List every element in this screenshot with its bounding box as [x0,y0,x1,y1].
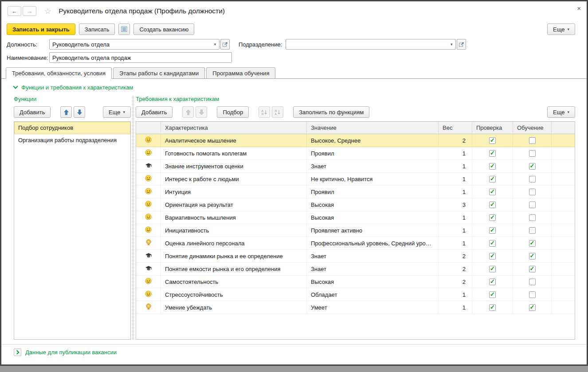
value-cell[interactable]: Высокая [307,198,439,211]
table-row[interactable]: Готовность помогать коллегам Проявил 1 [136,147,575,160]
tab-1[interactable]: Этапы работы с кандидатами [113,67,205,79]
weight-cell[interactable]: 1 [439,173,472,186]
check-checkbox[interactable] [489,240,496,247]
panel-splitter[interactable] [131,96,136,340]
value-cell[interactable]: Знает [307,263,439,275]
training-checkbox[interactable] [529,304,536,311]
column-header-weight[interactable]: Вес [439,122,472,134]
training-checkbox[interactable] [529,202,536,208]
column-header-characteristic[interactable]: Характеристика [161,122,307,134]
functions-move-down-button[interactable] [74,106,85,118]
characteristic-cell[interactable]: Знание инструментов оценки [161,160,307,173]
characteristic-cell[interactable]: Интуиция [161,186,307,198]
expand-chevron-box[interactable] [14,349,21,356]
more-button[interactable]: Еще▾ [547,23,575,35]
training-checkbox[interactable] [529,253,536,260]
weight-cell[interactable]: 1 [439,147,472,160]
check-checkbox[interactable] [489,279,496,285]
characteristic-cell[interactable]: Вариативность мышления [161,211,307,224]
back-button[interactable]: ← [8,6,21,16]
column-header-value[interactable]: Значение [307,122,439,134]
characteristic-cell[interactable]: Оценка линейного персонала [161,237,307,250]
training-checkbox[interactable] [529,227,536,234]
forward-button[interactable]: → [23,6,36,16]
weight-cell[interactable]: 2 [439,263,472,275]
training-checkbox[interactable] [529,150,536,157]
table-row[interactable]: Интерес к работе с людьми Не критично, Н… [136,173,575,186]
characteristic-cell[interactable]: Интерес к работе с людьми [161,173,307,186]
weight-cell[interactable]: 1 [439,237,472,250]
functions-add-button[interactable]: Добавить [14,106,51,118]
close-icon[interactable]: × [577,5,581,12]
training-checkbox[interactable] [529,137,536,144]
weight-cell[interactable]: 2 [439,250,472,263]
value-cell[interactable]: Знает [307,160,439,173]
value-cell[interactable]: Проявил [307,147,439,160]
group-vacancy-data[interactable]: Данные для публикации вакансии [14,349,575,356]
training-checkbox[interactable] [529,240,536,247]
table-row[interactable]: Умение убеждать Умеет 1 [136,301,575,314]
characteristic-cell[interactable]: Аналитическое мышление [161,134,307,147]
table-row[interactable]: Понятие емкости рынка и его определения … [136,263,575,275]
check-checkbox[interactable] [489,304,496,311]
characteristic-cell[interactable]: Самостоятельность [161,275,307,288]
favorite-star-icon[interactable]: ☆ [44,7,51,16]
requirements-add-button[interactable]: Добавить [136,106,172,118]
check-checkbox[interactable] [489,189,496,195]
table-row[interactable]: Стрессоустойчивость Обладает 1 [136,288,575,301]
check-checkbox[interactable] [489,137,496,144]
department-dropdown-icon[interactable]: ▾ [447,39,455,49]
value-cell[interactable]: Знает [307,250,439,263]
tab-2[interactable]: Программа обучения [206,67,275,79]
weight-cell[interactable]: 1 [439,224,472,237]
position-open-button[interactable] [220,39,230,50]
weight-cell[interactable]: 1 [439,211,472,224]
characteristic-cell[interactable]: Стрессоустойчивость [161,288,307,301]
create-vacancy-button[interactable]: Создать вакансию [133,23,194,35]
weight-cell[interactable]: 1 [439,301,472,314]
department-open-button[interactable] [457,39,466,50]
characteristic-cell[interactable]: Понятие динамики рынка и ее определение [161,250,307,263]
characteristic-cell[interactable]: Инициативность [161,224,307,237]
function-list-item[interactable]: Организация работы подразделения [14,134,130,147]
value-cell[interactable]: Не критично, Нравится [307,173,439,186]
table-row[interactable]: Понятие динамики рынка и ее определение … [136,250,575,263]
fill-by-functions-button[interactable]: Заполнить по функциям [293,106,369,118]
characteristic-cell[interactable]: Умение убеждать [161,301,307,314]
check-checkbox[interactable] [489,227,496,234]
check-checkbox[interactable] [489,266,496,272]
value-cell[interactable]: Высокая [307,275,439,288]
weight-cell[interactable]: 1 [439,288,472,301]
check-checkbox[interactable] [489,163,496,170]
characteristic-cell[interactable]: Ориентация на результат [161,198,307,211]
weight-cell[interactable]: 2 [439,275,472,288]
training-checkbox[interactable] [529,291,536,298]
table-row[interactable]: Вариативность мышления Высокая 1 [136,211,575,224]
table-row[interactable]: Знание инструментов оценки Знает 1 [136,160,575,173]
position-input[interactable] [50,39,211,49]
table-row[interactable]: Инициативность Проявляет активно 1 [136,224,575,237]
value-cell[interactable]: Высокое, Среднее [307,134,439,147]
weight-cell[interactable]: 2 [439,134,472,147]
training-checkbox[interactable] [529,214,536,221]
table-row[interactable]: Интуиция Проявил 1 [136,186,575,198]
training-checkbox[interactable] [529,163,536,170]
requirements-more-button[interactable]: Еще▾ [547,106,575,118]
value-cell[interactable]: Высокая [307,211,439,224]
position-dropdown-icon[interactable]: ▾ [211,39,219,49]
value-cell[interactable]: Обладает [307,288,439,301]
table-row[interactable]: Аналитическое мышление Высокое, Среднее … [136,134,575,147]
check-checkbox[interactable] [489,253,496,260]
table-row[interactable]: Ориентация на результат Высокая 3 [136,198,575,211]
save-button[interactable]: Записать [79,23,115,35]
requirements-move-up-button[interactable] [182,106,194,118]
value-cell[interactable]: Проявил [307,186,439,198]
function-list-item[interactable]: Подбор сотрудников [14,122,130,134]
value-cell[interactable]: Умеет [307,301,439,314]
check-checkbox[interactable] [489,291,496,298]
check-checkbox[interactable] [489,150,496,157]
weight-cell[interactable]: 1 [439,160,472,173]
weight-cell[interactable]: 1 [439,186,472,198]
training-checkbox[interactable] [529,176,536,182]
check-checkbox[interactable] [489,214,496,221]
